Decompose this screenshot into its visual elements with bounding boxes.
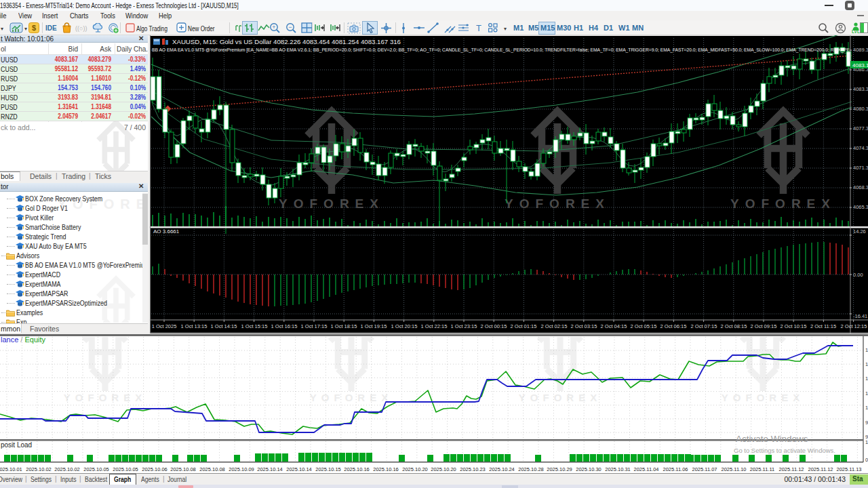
svg-text:4083.1: 4083.1 [852, 62, 868, 68]
svg-text:4089.3: 4089.3 [853, 47, 868, 53]
svg-text:+: + [272, 24, 275, 30]
svg-text:10: 10 [865, 405, 868, 411]
svg-text:4074.3: 4074.3 [853, 145, 868, 151]
svg-text:2025.11.10: 2025.11.10 [722, 466, 747, 472]
svg-text:2 Oct 00:15: 2 Oct 00:15 [481, 323, 507, 329]
svg-text:4065.3: 4065.3 [853, 204, 868, 210]
svg-text:2025.10.05: 2025.10.05 [113, 466, 138, 472]
svg-text:YOFOREX: YOFOREX [64, 392, 146, 403]
svg-text:2025.10.20: 2025.10.20 [402, 466, 428, 472]
svg-text:2025.10.16: 2025.10.16 [373, 466, 399, 472]
svg-text:10: 10 [865, 361, 868, 367]
svg-text:1 Oct 18:15: 1 Oct 18:15 [331, 323, 357, 329]
svg-text:2 Oct 04:15: 2 Oct 04:15 [601, 323, 627, 329]
svg-text:2025.10.15: 2025.10.15 [315, 466, 341, 472]
svg-text:AO 3.6661: AO 3.6661 [153, 228, 180, 235]
svg-text:2025.10.20: 2025.10.20 [431, 466, 456, 472]
svg-text:BB AO EMA EA V1.0 MT5 @YoFore: BB AO EMA EA V1.0 MT5 @YoForexPremium [E… [152, 47, 850, 53]
svg-text:2 Oct 06:15: 2 Oct 06:15 [660, 323, 687, 329]
svg-text:2025.10.30: 2025.10.30 [576, 466, 601, 472]
svg-text:Go to Settings to activate Win: Go to Settings to activate Windows. [734, 447, 835, 454]
svg-text:XAUUSD, M15: Gold vs US Dolla: XAUUSD, M15: Gold vs US Dollar 4082.226 … [172, 39, 401, 45]
svg-text:2 Oct 03:15: 2 Oct 03:15 [571, 323, 597, 329]
svg-text:2025.11.11: 2025.11.11 [750, 466, 774, 472]
svg-text:1 Oct 20:15: 1 Oct 20:15 [391, 323, 418, 329]
svg-text:2 Oct 10:15: 2 Oct 10:15 [781, 323, 807, 329]
svg-text:YOFOREX: YOFOREX [519, 392, 601, 403]
svg-text:2 Oct 07:15: 2 Oct 07:15 [691, 323, 717, 329]
svg-text:2025.11.12: 2025.11.12 [808, 466, 833, 472]
svg-text:2025.10.02: 2025.10.02 [26, 466, 52, 472]
svg-text:YOFOREX: YOFOREX [730, 197, 836, 211]
svg-text:2025.10.29: 2025.10.29 [547, 466, 572, 472]
svg-text:4068.3: 4068.3 [853, 184, 868, 190]
svg-text:2025.10.06: 2025.10.06 [142, 466, 167, 472]
svg-text:2025.10.23: 2025.10.23 [460, 466, 486, 472]
svg-text:YOFOREX: YOFOREX [310, 392, 393, 403]
svg-text:10: 10 [865, 347, 868, 353]
svg-text:10: 10 [865, 375, 868, 382]
svg-text:YOFOREX: YOFOREX [279, 197, 384, 211]
svg-text:10: 10 [865, 390, 868, 396]
svg-text:0.00: 0.00 [853, 272, 863, 278]
svg-text:2 Oct 08:15: 2 Oct 08:15 [721, 323, 747, 329]
svg-text:2025.11.07: 2025.11.07 [692, 466, 717, 472]
svg-text:2025.10.28: 2025.10.28 [518, 466, 544, 472]
svg-text:1 Oct 2025: 1 Oct 2025 [152, 323, 177, 329]
svg-text:Activate Windows: Activate Windows [736, 434, 808, 444]
svg-text:2025.11.13: 2025.11.13 [837, 466, 862, 472]
svg-text:1 Oct 19:15: 1 Oct 19:15 [361, 323, 387, 329]
svg-text:2025.10.08: 2025.10.08 [199, 466, 225, 472]
svg-text:2 Oct 02:15: 2 Oct 02:15 [541, 323, 568, 329]
svg-text:0.: 0. [865, 457, 868, 463]
svg-text:lance / Equity: lance / Equity [1, 336, 46, 344]
svg-text:2025.10.02: 2025.10.02 [54, 466, 80, 472]
svg-text:1 Oct 17:15: 1 Oct 17:15 [301, 323, 328, 329]
svg-text:4080.3: 4080.3 [853, 106, 868, 112]
svg-text:2025.11.04: 2025.11.04 [634, 466, 659, 472]
svg-text:2 Oct 12:15: 2 Oct 12:15 [841, 323, 867, 329]
svg-text:1 Oct 22:15: 1 Oct 22:15 [421, 323, 448, 329]
svg-text:2025.10.05: 2025.10.05 [83, 466, 109, 472]
svg-text:2025.10.16: 2025.10.16 [344, 466, 370, 472]
svg-text:4083.3: 4083.3 [853, 86, 868, 92]
svg-text:1 Oct 23:15: 1 Oct 23:15 [451, 323, 477, 329]
svg-text:2025.11.12: 2025.11.12 [779, 466, 804, 472]
svg-text:YOFOREX: YOFOREX [505, 197, 610, 211]
svg-text:LVL: LVL [852, 29, 860, 34]
svg-text:2025.10.01: 2025.10.01 [0, 466, 22, 472]
svg-text:2 Oct 01:15: 2 Oct 01:15 [511, 323, 537, 329]
svg-text:2025.10.14: 2025.10.14 [257, 466, 283, 472]
svg-text:2025.11.06: 2025.11.06 [663, 466, 688, 472]
svg-text:1 Oct 13:15: 1 Oct 13:15 [181, 323, 208, 329]
svg-text:2025.10.14: 2025.10.14 [286, 466, 312, 472]
svg-text:posit Load: posit Load [1, 441, 32, 449]
svg-text:2025.10.24: 2025.10.24 [489, 466, 515, 472]
svg-text:4077.3: 4077.3 [853, 125, 868, 131]
svg-text:99: 99 [865, 420, 868, 426]
svg-text:14.26: 14.26 [853, 228, 866, 235]
svg-text:2025.10.31: 2025.10.31 [605, 466, 631, 472]
svg-text:2 Oct 11:15: 2 Oct 11:15 [810, 323, 836, 329]
svg-text:1 Oct 15:15: 1 Oct 15:15 [241, 323, 268, 329]
svg-text:−: − [288, 24, 292, 30]
svg-text:2 Oct 05:15: 2 Oct 05:15 [631, 323, 657, 329]
svg-text:2025.10.08: 2025.10.08 [170, 466, 196, 472]
svg-text:$: $ [32, 24, 36, 32]
svg-text:1 Oct 14:15: 1 Oct 14:15 [211, 323, 237, 329]
svg-text:1 Oct 16:15: 1 Oct 16:15 [271, 323, 298, 329]
svg-text:2 Oct 09:15: 2 Oct 09:15 [751, 323, 777, 329]
svg-text:10: 10 [865, 439, 868, 445]
svg-text:4071.3: 4071.3 [853, 165, 868, 171]
svg-text:2025.10.09: 2025.10.09 [229, 466, 254, 472]
svg-text:-16.41: -16.41 [853, 313, 867, 319]
svg-text:YOFOREX: YOFOREX [722, 392, 804, 403]
